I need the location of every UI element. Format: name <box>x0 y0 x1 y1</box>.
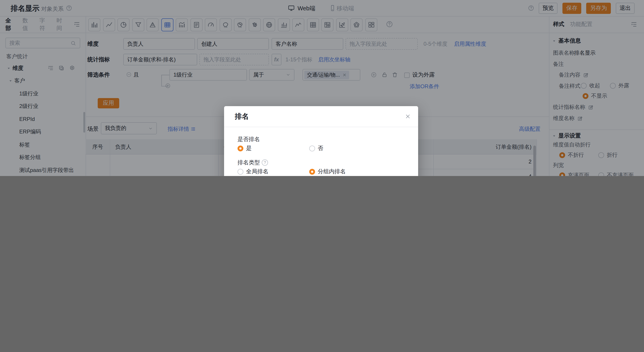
ranking-modal: 排名 是否排名是否排名类型?全局排名分组内排名排名方式?并列连续序号排名并列不连… <box>224 106 418 176</box>
modal-section-label: 是否排名 <box>238 136 260 142</box>
modal-section-label: 排名类型? <box>238 159 268 166</box>
help-icon[interactable]: ? <box>262 159 268 166</box>
modal-radio-分组内排名[interactable]: 分组内排名 <box>309 168 346 175</box>
app: 排名显示 对象关系 Web端 移动端 预览 保存 另存为 退出 全部数值字符时间… <box>0 0 644 176</box>
modal-header: 排名 <box>224 106 418 127</box>
modal-radio-是[interactable]: 是 <box>238 145 252 152</box>
close-icon[interactable] <box>405 113 411 120</box>
modal-radio-否[interactable]: 否 <box>309 145 323 152</box>
modal-radio-全局排名[interactable]: 全局排名 <box>238 168 268 175</box>
modal-title: 排名 <box>235 112 249 121</box>
